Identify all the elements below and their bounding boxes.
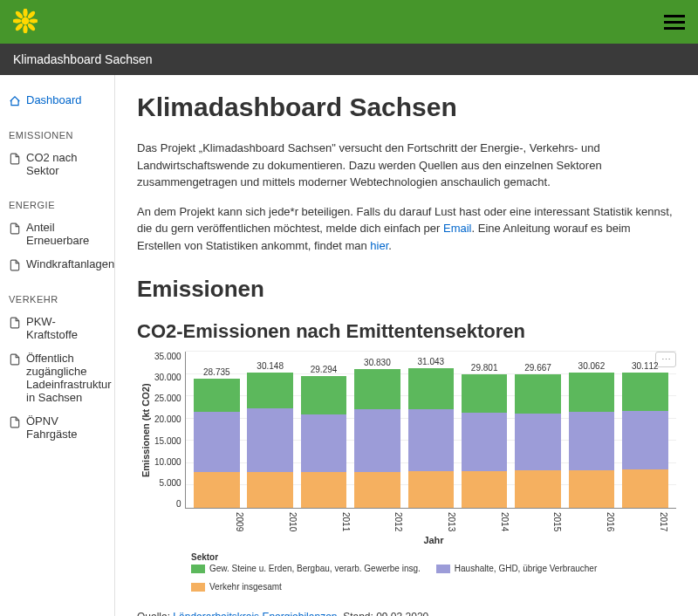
svg-point-0 xyxy=(22,17,30,24)
legend-title: Sektor xyxy=(191,552,676,562)
x-tick: 2013 xyxy=(411,509,456,531)
x-tick: 2017 xyxy=(623,509,668,531)
svg-point-3 xyxy=(13,18,22,23)
bar-segment xyxy=(301,472,346,508)
source-link[interactable]: Länderarbeitskreis Energiebilanzen xyxy=(173,611,337,616)
document-icon xyxy=(9,416,21,428)
bar-segment xyxy=(569,412,614,470)
bar-segment xyxy=(301,376,346,414)
bar-total-label: 29.294 xyxy=(311,365,338,374)
participation-paragraph: An dem Projekt kann sich jede*r beteilig… xyxy=(137,203,676,255)
sidebar-item-label: ÖPNV Fahrgäste xyxy=(26,414,106,441)
bar-segment xyxy=(515,470,560,508)
sidebar-item-erneuerbare[interactable]: Anteil Erneuerbare xyxy=(9,216,106,252)
hier-link[interactable]: hier xyxy=(370,239,388,252)
bar-segment xyxy=(354,409,400,472)
sidebar-section-title: ENERGIE xyxy=(9,200,106,210)
x-axis-ticks: 200920102011201220132014201520162017 xyxy=(191,509,676,531)
bar-group: 28.735 xyxy=(194,367,239,508)
bar-segment xyxy=(515,414,560,471)
y-axis-ticks: 35.00030.00025.00020.00015.00010.0005.00… xyxy=(154,352,185,509)
svg-point-8 xyxy=(14,22,24,31)
bar-group: 30.148 xyxy=(247,361,292,508)
sidebar-item-co2-sektor[interactable]: CO2 nach Sektor xyxy=(9,146,106,182)
bar-segment xyxy=(515,374,560,413)
breadcrumb: Klimadashboard Sachsen xyxy=(0,44,698,75)
document-icon xyxy=(9,222,21,235)
page-title: Klimadashboard Sachsen xyxy=(137,92,676,122)
menu-icon[interactable] xyxy=(664,11,685,33)
sidebar-item-label: PKW-Kraftstoffe xyxy=(26,315,106,341)
sidebar-section-title: EMISSIONEN xyxy=(9,130,106,140)
chart-legend: Sektor Gew. Steine u. Erden, Bergbau, ve… xyxy=(191,552,676,592)
document-icon xyxy=(9,353,21,366)
sidebar-item-oepnv[interactable]: ÖPNV Fahrgäste xyxy=(9,409,106,446)
bar-group: 29.667 xyxy=(515,363,560,508)
sidebar-item-label: Windkraftanlagen xyxy=(26,257,114,270)
sidebar-item-label: CO2 nach Sektor xyxy=(26,151,106,177)
legend-item: Gew. Steine u. Erden, Bergbau, verarb. G… xyxy=(191,564,421,573)
x-axis-label: Jahr xyxy=(191,535,676,545)
sidebar-item-pkw[interactable]: PKW-Kraftstoffe xyxy=(9,310,106,346)
y-tick: 5.000 xyxy=(160,478,181,488)
sidebar: Dashboard EMISSIONEN CO2 nach Sektor ENE… xyxy=(0,75,115,616)
bar-segment xyxy=(247,408,292,472)
y-tick: 35.000 xyxy=(154,352,181,361)
logo xyxy=(13,9,38,36)
bar-segment xyxy=(408,409,454,471)
bar-total-label: 30.112 xyxy=(632,361,659,371)
sidebar-item-label: Öffentlich zugängliche Ladeinfrastruktur… xyxy=(26,352,112,404)
bar-segment xyxy=(462,413,507,471)
bar-segment xyxy=(408,368,454,409)
sidebar-item-windkraft[interactable]: Windkraftanlagen xyxy=(9,252,106,277)
legend-swatch xyxy=(191,583,205,592)
sidebar-item-label: Dashboard xyxy=(26,93,82,106)
svg-point-1 xyxy=(23,9,27,17)
x-tick: 2014 xyxy=(464,509,510,531)
top-bar xyxy=(0,0,698,44)
sidebar-item-dashboard[interactable]: Dashboard xyxy=(9,88,106,113)
sidebar-item-label: Anteil Erneuerbare xyxy=(26,221,106,247)
y-tick: 30.000 xyxy=(154,373,181,382)
document-icon xyxy=(9,259,21,271)
bar-segment xyxy=(622,411,667,469)
bar-segment xyxy=(247,373,292,408)
svg-point-2 xyxy=(23,24,27,33)
bar-total-label: 31.043 xyxy=(417,357,444,366)
x-tick: 2016 xyxy=(570,509,615,531)
bar-segment xyxy=(194,472,239,508)
email-link[interactable]: Email xyxy=(443,222,472,235)
x-tick: 2010 xyxy=(252,509,298,531)
bar-group: 30.062 xyxy=(569,361,614,508)
section-title-emissionen: Emissionen xyxy=(137,276,676,303)
y-tick: 20.000 xyxy=(154,414,181,424)
bar-total-label: 30.148 xyxy=(257,361,284,371)
legend-label: Verkehr insgesamt xyxy=(209,582,282,592)
bar-total-label: 30.830 xyxy=(364,358,391,367)
bar-segment xyxy=(569,373,614,412)
bar-segment xyxy=(301,414,346,472)
legend-label: Haushalte, GHD, übrige Verbraucher xyxy=(455,564,597,573)
bar-segment xyxy=(247,472,292,508)
bar-segment xyxy=(194,412,239,471)
legend-label: Gew. Steine u. Erden, Bergbau, verarb. G… xyxy=(209,564,421,573)
legend-item: Haushalte, GHD, übrige Verbraucher xyxy=(436,564,597,573)
y-tick: 15.000 xyxy=(154,436,181,446)
bar-group: 29.294 xyxy=(301,365,346,508)
bar-segment xyxy=(194,379,239,412)
bar-segment xyxy=(354,472,400,508)
x-tick: 2011 xyxy=(305,509,351,531)
bar-segment xyxy=(354,369,400,408)
bar-total-label: 30.062 xyxy=(578,361,606,371)
bar-segment xyxy=(622,373,667,411)
y-tick: 25.000 xyxy=(154,394,181,403)
sidebar-item-ladeinfra[interactable]: Öffentlich zugängliche Ladeinfrastruktur… xyxy=(9,346,106,409)
bar-total-label: 28.735 xyxy=(203,367,230,377)
chart-plot-area: 28.73530.14829.29430.83031.04329.80129.6… xyxy=(185,352,676,509)
bar-group: 31.043 xyxy=(408,357,454,508)
svg-point-6 xyxy=(26,22,36,31)
y-tick: 10.000 xyxy=(154,457,181,467)
document-icon xyxy=(9,153,21,165)
bar-total-label: 29.667 xyxy=(524,363,551,373)
bar-total-label: 29.801 xyxy=(471,363,498,373)
